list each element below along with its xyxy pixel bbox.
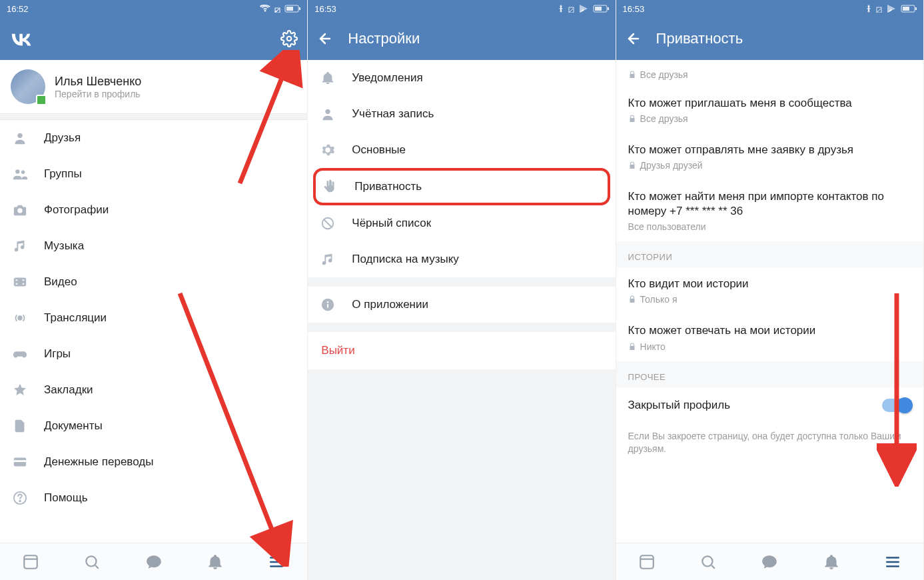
svg-rect-12 bbox=[23, 283, 25, 285]
status-time: 16:52 bbox=[7, 4, 29, 14]
settings-list: УведомленияУчётная записьОсновныеПриватн… bbox=[308, 60, 615, 580]
settings-label: Учётная запись bbox=[352, 107, 434, 121]
bottom-nav bbox=[0, 543, 307, 580]
settings-music[interactable]: Подписка на музыку bbox=[308, 241, 615, 277]
menu-item-document[interactable]: Документы bbox=[0, 408, 307, 444]
settings-about[interactable]: О приложении bbox=[308, 287, 615, 323]
profile-subtitle: Перейти в профиль bbox=[55, 89, 141, 99]
privacy-content: Все друзья Кто может приглашать меня в с… bbox=[616, 60, 923, 543]
vk-logo-icon bbox=[9, 31, 33, 46]
camera-icon bbox=[11, 203, 29, 217]
nav-messages[interactable] bbox=[739, 543, 800, 580]
privacy-value: Все друзья bbox=[628, 113, 911, 124]
privacy-title: Кто может найти меня при импорте контакт… bbox=[628, 189, 911, 219]
menu-item-star[interactable]: Закладки bbox=[0, 372, 307, 408]
settings-label: Чёрный список bbox=[352, 217, 431, 230]
nav-messages[interactable] bbox=[123, 543, 185, 580]
status-icons bbox=[558, 5, 609, 13]
settings-label: Подписка на музыку bbox=[352, 253, 459, 266]
settings-label: О приложении bbox=[352, 298, 428, 311]
settings-person[interactable]: Учётная запись bbox=[308, 96, 615, 132]
menu-item-broadcast[interactable]: Трансляции bbox=[0, 300, 307, 336]
status-bar: 16:53 bbox=[308, 0, 615, 17]
menu-label: Группы bbox=[44, 167, 82, 181]
status-time: 16:53 bbox=[314, 4, 336, 14]
block-icon bbox=[318, 216, 337, 231]
status-bar: 16:53 bbox=[616, 0, 923, 17]
svg-rect-10 bbox=[16, 283, 18, 285]
closed-profile-row[interactable]: Закрытый профиль bbox=[616, 387, 923, 423]
menu-item-video[interactable]: Видео bbox=[0, 264, 307, 300]
nav-search[interactable] bbox=[678, 543, 739, 580]
svg-point-7 bbox=[17, 208, 22, 213]
settings-hand[interactable]: Приватность bbox=[313, 168, 610, 205]
nav-menu[interactable] bbox=[246, 543, 307, 580]
back-icon[interactable] bbox=[626, 31, 642, 47]
menu-label: Видео bbox=[44, 275, 77, 289]
svg-point-36 bbox=[702, 556, 712, 566]
avatar bbox=[11, 69, 45, 104]
menu-item-person[interactable]: Друзья bbox=[0, 120, 307, 156]
svg-rect-33 bbox=[903, 7, 909, 11]
privacy-row[interactable]: Кто может отправлять мне заявку в друзья… bbox=[616, 133, 923, 180]
menu-label: Музыка bbox=[44, 239, 84, 253]
svg-rect-34 bbox=[915, 7, 917, 10]
menu-label: Трансляции bbox=[44, 311, 107, 325]
nav-feed[interactable] bbox=[616, 543, 678, 580]
menu-item-gamepad[interactable]: Игры bbox=[0, 336, 307, 372]
nav-notifications[interactable] bbox=[800, 543, 861, 580]
privacy-title: Кто может отвечать на мои истории bbox=[628, 323, 911, 338]
svg-point-17 bbox=[19, 501, 21, 502]
gamepad-icon bbox=[11, 347, 29, 361]
status-icons bbox=[865, 5, 917, 13]
menu-item-card[interactable]: Денежные переводы bbox=[0, 444, 307, 480]
privacy-row[interactable]: Кто может отвечать на мои историиНикто bbox=[616, 314, 923, 361]
svg-rect-15 bbox=[14, 460, 26, 462]
settings-block[interactable]: Чёрный список bbox=[308, 205, 615, 241]
main-menu-list: ДрузьяГруппыФотографииМузыкаВидеоТрансля… bbox=[0, 120, 307, 543]
online-badge-icon bbox=[36, 95, 47, 105]
star-icon bbox=[11, 383, 29, 397]
status-time: 16:53 bbox=[623, 4, 645, 14]
video-icon bbox=[11, 275, 29, 289]
menu-item-music[interactable]: Музыка bbox=[0, 228, 307, 264]
section-stories: ИСТОРИИ bbox=[616, 241, 923, 267]
privacy-value: Никто bbox=[628, 341, 911, 352]
privacy-row[interactable]: Кто может найти меня при импорте контакт… bbox=[616, 180, 923, 241]
document-icon bbox=[11, 419, 29, 433]
menu-item-camera[interactable]: Фотографии bbox=[0, 192, 307, 228]
settings-header: Настройки bbox=[308, 17, 615, 60]
gear-icon[interactable] bbox=[280, 30, 298, 47]
settings-label: Основные bbox=[352, 143, 406, 157]
menu-item-help[interactable]: Помощь bbox=[0, 480, 307, 516]
privacy-header: Приватность bbox=[616, 17, 923, 60]
svg-point-5 bbox=[15, 169, 19, 173]
svg-rect-2 bbox=[299, 7, 300, 10]
back-icon[interactable] bbox=[317, 31, 333, 47]
svg-point-4 bbox=[17, 133, 22, 138]
privacy-value: Только я bbox=[628, 294, 911, 305]
menu-label: Закладки bbox=[44, 383, 93, 397]
nav-search[interactable] bbox=[61, 543, 123, 580]
status-icons bbox=[260, 5, 300, 13]
nav-feed[interactable] bbox=[0, 543, 61, 580]
nav-notifications[interactable] bbox=[185, 543, 246, 580]
person-icon bbox=[11, 131, 29, 145]
profile-row[interactable]: Илья Шевченко Перейти в профиль bbox=[0, 60, 307, 113]
menu-label: Фотографии bbox=[44, 203, 109, 217]
nav-menu[interactable] bbox=[862, 543, 923, 580]
menu-label: Друзья bbox=[44, 131, 81, 145]
menu-label: Игры bbox=[44, 347, 71, 361]
settings-bell[interactable]: Уведомления bbox=[308, 60, 615, 96]
settings-gear[interactable]: Основные bbox=[308, 132, 615, 168]
privacy-value: Все друзья bbox=[616, 63, 923, 87]
svg-rect-30 bbox=[327, 304, 328, 308]
privacy-row[interactable]: Кто может приглашать меня в сообществаВс… bbox=[616, 87, 923, 133]
header-title: Приватность bbox=[656, 30, 743, 47]
privacy-row[interactable]: Кто видит мои историиТолько я bbox=[616, 267, 923, 314]
logout-button[interactable]: Выйти bbox=[308, 332, 615, 369]
card-icon bbox=[11, 455, 29, 469]
closed-profile-toggle[interactable] bbox=[882, 399, 911, 412]
screen-settings: 16:53 Настройки УведомленияУчётная запис… bbox=[308, 0, 616, 580]
menu-item-people[interactable]: Группы bbox=[0, 156, 307, 192]
